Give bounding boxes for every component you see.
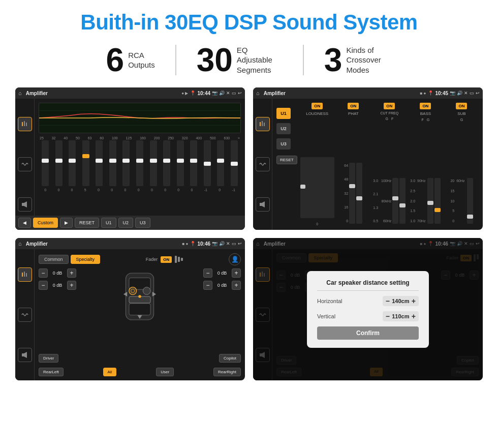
reset-btn[interactable]: RESET [75, 218, 99, 228]
db1-minus[interactable]: − [39, 268, 48, 278]
wave-icon[interactable] [18, 157, 32, 171]
sub-on[interactable]: ON [456, 103, 467, 109]
horizontal-control: − 140cm + [383, 296, 419, 306]
slider-9[interactable] [150, 140, 157, 186]
speaker-icon-2[interactable] [256, 197, 270, 212]
freq-500: 500 [210, 136, 216, 140]
db2-plus[interactable]: + [67, 281, 76, 290]
svg-rect-10 [262, 121, 263, 126]
val-2: 0 [57, 188, 59, 192]
slider-15[interactable] [231, 140, 238, 186]
db3-plus[interactable]: + [232, 268, 241, 278]
tab-common[interactable]: Common [39, 255, 69, 264]
back-icon-2[interactable]: ↩ [476, 91, 480, 96]
horizontal-minus[interactable]: − [386, 297, 390, 305]
slider-7[interactable] [122, 140, 130, 186]
wave-icon-3[interactable] [18, 308, 32, 322]
dot-icon-3: ■ ● [182, 242, 189, 246]
fader-bar-2 [178, 257, 180, 262]
car-svg [117, 268, 163, 324]
eq-sliders [39, 143, 241, 186]
slider-3[interactable] [69, 140, 76, 186]
prev-btn[interactable]: ◀ [18, 218, 31, 228]
screen1-side-icons [15, 99, 35, 230]
vertical-minus[interactable]: − [386, 313, 390, 320]
screen1-time: 10:44 [197, 91, 210, 96]
person-icon[interactable]: 👤 [229, 253, 241, 265]
val-3: 0 [71, 188, 73, 192]
slider-12[interactable] [190, 140, 197, 186]
all-btn[interactable]: All [103, 368, 117, 376]
screen2-status-icons: 📍 10:45 📷 🔊 ✕ ▭ ↩ [428, 91, 480, 96]
slider-4[interactable] [82, 140, 89, 186]
stat-eq: 30 EQ AdjustableSegments [176, 44, 303, 76]
slider-1[interactable] [42, 140, 49, 186]
wave-icon-2[interactable] [256, 157, 270, 171]
svg-rect-9 [260, 122, 261, 126]
u3-button[interactable]: U3 [276, 138, 291, 150]
phat-on[interactable]: ON [348, 103, 359, 109]
u3-btn[interactable]: U3 [135, 218, 150, 228]
confirm-button[interactable]: Confirm [317, 326, 419, 340]
minimize-icon-3: ▭ [232, 241, 236, 246]
speaker-icon[interactable] [18, 197, 32, 212]
val-4: 5 [84, 188, 86, 192]
u2-btn[interactable]: U2 [118, 218, 134, 228]
svg-rect-14 [22, 273, 23, 277]
back-icon[interactable]: ↩ [238, 91, 242, 96]
eq-icon-3[interactable] [18, 267, 32, 282]
svg-rect-15 [24, 272, 25, 277]
home-icon-3[interactable]: ⌂ [18, 241, 22, 247]
cutfreq-on[interactable]: ON [384, 103, 395, 109]
rearright-btn[interactable]: RearRight [213, 368, 241, 376]
db4-minus[interactable]: − [203, 281, 212, 290]
eq-icon-2[interactable] [256, 117, 270, 131]
slider-13[interactable] [204, 140, 211, 186]
vertical-plus[interactable]: + [412, 313, 416, 320]
bass-on[interactable]: ON [420, 103, 431, 109]
location-icon-3: 📍 [190, 241, 196, 246]
custom-btn[interactable]: Custom [33, 218, 58, 228]
copilot-btn[interactable]: Copilot [219, 354, 241, 363]
db4-plus[interactable]: + [232, 281, 241, 290]
val-11: 0 [177, 188, 179, 192]
fader-row: Fader ON [146, 256, 183, 263]
driver-btn[interactable]: Driver [39, 354, 58, 363]
db2-minus[interactable]: − [39, 281, 48, 290]
val-8: 0 [138, 188, 140, 192]
u1-button[interactable]: U1 [276, 108, 291, 119]
sub-label: SUB [457, 111, 465, 116]
tab-specialty[interactable]: Specialty [71, 255, 101, 264]
u1-btn[interactable]: U1 [101, 218, 116, 228]
fader-on[interactable]: ON [161, 256, 172, 263]
screens-grid: ⌂ Amplifier ● ▶ 📍 10:44 📷 🔊 ✕ ▭ ↩ [15, 87, 483, 380]
u2-button[interactable]: U2 [276, 123, 291, 134]
page-title: Buith-in 30EQ DSP Sound System [15, 10, 483, 35]
back-icon-3[interactable]: ↩ [238, 241, 242, 246]
screen1-title: Amplifier [26, 91, 180, 96]
slider-5[interactable] [96, 140, 103, 186]
slider-10[interactable] [163, 140, 170, 186]
freq-125: 125 [126, 136, 132, 140]
slider-8[interactable] [136, 140, 143, 186]
speaker-icon-3[interactable] [18, 348, 32, 362]
home-icon[interactable]: ⌂ [18, 90, 22, 96]
slider-11[interactable] [177, 140, 184, 186]
rearleft-btn[interactable]: RearLeft [39, 368, 64, 376]
svg-marker-18 [24, 352, 27, 358]
user-btn[interactable]: User [156, 368, 174, 376]
eq-icon[interactable] [18, 117, 32, 131]
home-icon-2[interactable]: ⌂ [256, 90, 260, 96]
db1-plus[interactable]: + [67, 268, 76, 278]
slider-14[interactable] [217, 140, 224, 186]
horizontal-plus[interactable]: + [412, 297, 416, 305]
play-btn[interactable]: ▶ [60, 218, 73, 228]
slider-2[interactable] [55, 140, 63, 186]
loudness-on[interactable]: ON [312, 103, 323, 109]
db3-minus[interactable]: − [203, 268, 212, 278]
screen1-bottom-bar: ◀ Custom ▶ RESET U1 U2 U3 [15, 216, 245, 230]
screen2-reset[interactable]: RESET [276, 156, 297, 164]
vertical-value: 110cm [392, 313, 410, 319]
camera-icon: 📷 [212, 91, 217, 96]
slider-6[interactable] [109, 140, 116, 186]
